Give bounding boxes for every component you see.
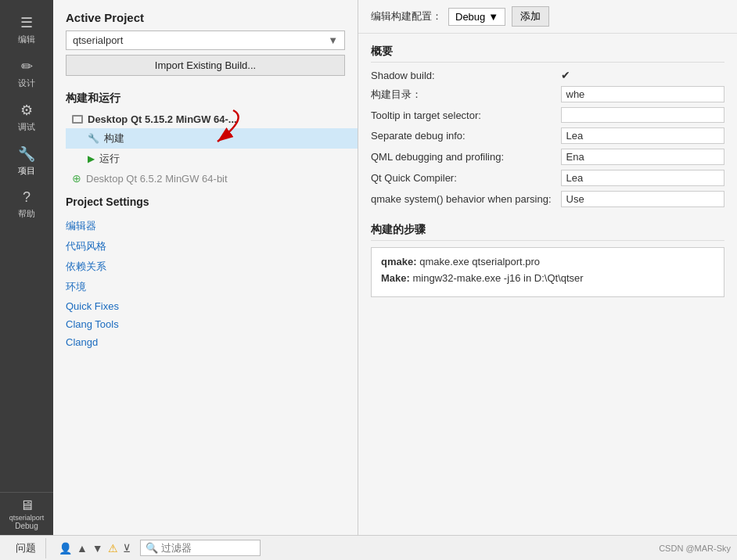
project-settings-title: Project Settings	[53, 188, 358, 213]
config-arrow-icon: ▼	[488, 11, 498, 23]
settings-grid: Shadow build: ✔ 构建目录： whe Tooltip in tar…	[371, 69, 724, 207]
sidebar-label-design: 设计	[18, 77, 35, 89]
separate-debug-label: Separate debug info:	[371, 130, 552, 142]
build-run-title: 构建和运行	[53, 84, 358, 110]
settings-editor[interactable]: 编辑器	[66, 216, 345, 236]
step2-bold: Make:	[381, 272, 410, 284]
tooltip-label: Tooltip in target selector:	[371, 109, 552, 121]
step1: qmake: qmake.exe qtserialport.pro	[381, 256, 714, 267]
kit2-add-icon: ⊕	[72, 172, 81, 185]
shadow-build-label: Shadow build:	[371, 70, 552, 81]
bottom-warning-icon: ⚠	[108, 542, 118, 555]
play-icon: ▶	[88, 153, 95, 164]
project-selector: qtserialport ▼ Import Existing Build...	[66, 31, 345, 76]
qmake-value[interactable]: Use	[561, 191, 725, 207]
settings-clang-tools[interactable]: Clang Tools	[66, 315, 345, 333]
search-icon: 🔍	[146, 542, 158, 554]
sidebar-item-debug[interactable]: ⚙ 调试	[0, 95, 53, 139]
add-config-button[interactable]: 添加	[512, 6, 549, 27]
active-project-title: Active Project	[66, 11, 345, 24]
sidebar: ☰ 编辑 ✏ 设计 ⚙ 调试 🔧 项目 ? 帮助 🖥 qtserialport …	[0, 0, 53, 535]
step2-text: mingw32-make.exe -j16 in D:\Qt\qtser	[412, 272, 583, 284]
kit1-run-item[interactable]: ▶ 运行	[66, 149, 358, 169]
settings-dependencies[interactable]: 依赖关系	[66, 257, 345, 277]
project-select-dropdown[interactable]: qtserialport ▼	[66, 31, 345, 50]
kit1-name: Desktop Qt 5.15.2 MinGW 64-...	[88, 113, 237, 125]
settings-code-style[interactable]: 代码风格	[66, 236, 345, 257]
qml-debug-value[interactable]: Ena	[561, 149, 725, 165]
sidebar-label-debug: 调试	[18, 121, 35, 133]
build-dir-label: 构建目录：	[371, 88, 552, 102]
qml-debug-label: QML debugging and profiling:	[371, 151, 552, 163]
shadow-build-value: ✔	[561, 69, 725, 81]
steps-box: qmake: qmake.exe qtserialport.pro Make: …	[371, 247, 724, 297]
watermark: CSDN @MAR-Sky	[659, 544, 731, 553]
middle-panel: Active Project qtserialport ▼ Import Exi…	[53, 0, 358, 535]
tooltip-value[interactable]	[561, 107, 725, 123]
steps-title: 构建的步骤	[371, 220, 724, 241]
kit2-name: Desktop Qt 6.5.2 MinGW 64-bit	[86, 173, 228, 185]
settings-environment[interactable]: 环境	[66, 277, 345, 297]
overview-section: 概要 Shadow build: ✔ 构建目录： whe Tooltip in …	[371, 41, 724, 207]
project-bottom-label: qtserialport	[9, 514, 45, 522]
edit-icon: ☰	[20, 14, 33, 31]
bottom-icons: 👤 ▲ ▼ ⚠ ⊻	[59, 542, 131, 555]
right-panel: 编辑构建配置： Debug ▼ 添加 概要 Shadow build: ✔ 构建…	[358, 0, 737, 535]
bottom-up-icon[interactable]: ▲	[77, 542, 88, 555]
step2: Make: mingw32-make.exe -j16 in D:\Qt\qts…	[381, 272, 714, 284]
import-existing-build-button[interactable]: Import Existing Build...	[66, 55, 345, 76]
step1-bold: qmake:	[381, 256, 417, 267]
project-icon: 🔧	[18, 145, 35, 163]
separate-debug-value[interactable]: Lea	[561, 127, 725, 144]
qmake-label: qmake system() behavior when parsing:	[371, 193, 552, 205]
step1-text: qmake.exe qtserialport.pro	[419, 256, 540, 267]
bottom-person-icon[interactable]: 👤	[59, 542, 72, 555]
help-icon: ?	[23, 189, 31, 206]
wrench-icon: 🔧	[88, 133, 99, 144]
kit1-monitor-icon	[72, 115, 83, 124]
right-top-bar: 编辑构建配置： Debug ▼ 添加	[358, 0, 737, 34]
right-content: 概要 Shadow build: ✔ 构建目录： whe Tooltip in …	[358, 34, 737, 535]
design-icon: ✏	[21, 58, 33, 75]
middle-scroll-area[interactable]: 构建和运行 Desktop Qt 5.15.2 MinGW 64-...	[53, 84, 358, 535]
config-select[interactable]: Debug ▼	[448, 8, 505, 26]
build-tree: Desktop Qt 5.15.2 MinGW 64-... 🔧 构建 ▶ 运行…	[53, 110, 358, 188]
config-label: 编辑构建配置：	[371, 9, 442, 23]
kit2-item[interactable]: ⊕ Desktop Qt 6.5.2 MinGW 64-bit	[66, 169, 358, 188]
kit1-build-label: 构建	[104, 131, 124, 145]
kit1-run-label: 运行	[99, 152, 120, 166]
project-bottom[interactable]: 🖥 qtserialport Debug	[0, 492, 53, 535]
sidebar-label-edit: 编辑	[18, 34, 35, 45]
debug-icon: ⚙	[20, 102, 33, 119]
dropdown-arrow-icon: ▼	[328, 34, 338, 46]
sidebar-item-project[interactable]: 🔧 项目	[0, 139, 53, 183]
bottom-down-icon[interactable]: ▼	[92, 542, 103, 555]
sidebar-label-project: 项目	[18, 165, 35, 177]
overview-title: 概要	[371, 41, 724, 63]
settings-list: 编辑器 代码风格 依赖关系 环境 Quick Fixes Clang Tools…	[53, 213, 358, 354]
project-select-value: qtserialport	[73, 34, 123, 46]
settings-quick-fixes[interactable]: Quick Fixes	[66, 297, 345, 315]
build-dir-value[interactable]: whe	[561, 86, 725, 102]
bottom-bar: 问题 👤 ▲ ▼ ⚠ ⊻ 🔍 CSDN @MAR-Sky	[0, 535, 737, 560]
qt-compiler-label: Qt Quick Compiler:	[371, 172, 552, 184]
sidebar-label-help: 帮助	[18, 208, 35, 220]
kit1-build-item[interactable]: 🔧 构建	[66, 128, 358, 149]
panel-header: Active Project	[53, 0, 358, 31]
bottom-filter-icon[interactable]: ⊻	[123, 542, 131, 555]
settings-clangd[interactable]: Clangd	[66, 333, 345, 351]
bottom-tab-problems[interactable]: 问题	[6, 538, 46, 558]
monitor-icon: 🖥	[20, 497, 34, 514]
steps-section: 构建的步骤 qmake: qmake.exe qtserialport.pro …	[371, 220, 724, 297]
sidebar-item-design[interactable]: ✏ 设计	[0, 52, 53, 95]
bottom-search: 🔍	[140, 540, 261, 556]
kit1-item[interactable]: Desktop Qt 5.15.2 MinGW 64-...	[66, 110, 358, 128]
sidebar-item-edit[interactable]: ☰ 编辑	[0, 8, 53, 52]
sidebar-item-help[interactable]: ? 帮助	[0, 183, 53, 226]
qt-compiler-value[interactable]: Lea	[561, 170, 725, 186]
config-value: Debug	[455, 11, 485, 23]
search-input[interactable]	[161, 542, 255, 554]
project-bottom-mode: Debug	[15, 522, 38, 530]
